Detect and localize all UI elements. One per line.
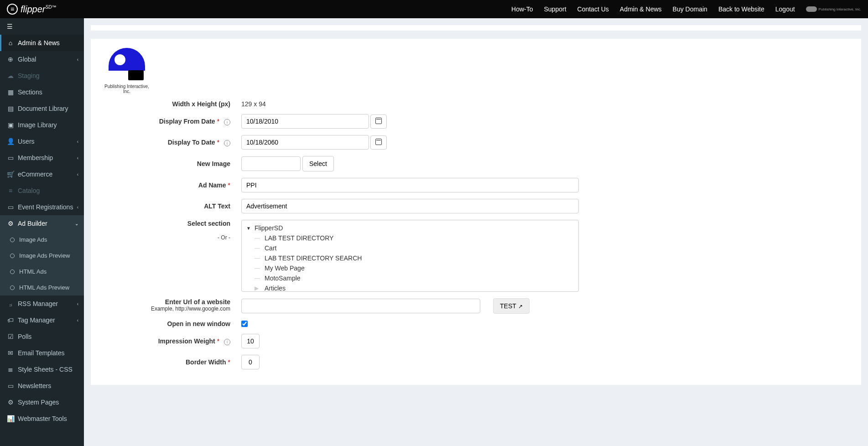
nav-logout[interactable]: Logout: [775, 5, 795, 13]
select-section-label: Select section - Or -: [102, 220, 241, 241]
tree-node[interactable]: —LAB TEST DIRECTORY SEARCH: [245, 253, 575, 263]
circle-icon: [10, 270, 15, 274]
tree-node-label: My Web Page: [265, 264, 305, 272]
image-icon: ▣: [7, 121, 14, 129]
new-image-input[interactable]: [241, 156, 301, 171]
sidebar-item-image-library[interactable]: ▣Image Library: [0, 117, 84, 133]
nav-support[interactable]: Support: [544, 5, 567, 13]
info-icon[interactable]: i: [224, 339, 230, 345]
tree-node[interactable]: ▶Articles: [245, 283, 575, 292]
sidebar-subitem-image-ads[interactable]: Image Ads: [0, 232, 84, 248]
tree-connector-icon: —: [255, 265, 261, 271]
sidebar-item-membership[interactable]: ▭Membership‹: [0, 150, 84, 166]
tree-node-label: LAB TEST DIRECTORY SEARCH: [265, 254, 362, 262]
sidebar-item-label: Image Library: [18, 121, 57, 129]
cogs-icon: ⚙: [7, 220, 14, 227]
ad-name-input[interactable]: [241, 178, 579, 192]
border-width-input[interactable]: [241, 355, 260, 369]
chevron-left-icon: ‹: [77, 318, 78, 323]
display-to-input[interactable]: [241, 135, 369, 150]
nav-back-to-website[interactable]: Back to Website: [718, 5, 764, 13]
info-icon[interactable]: i: [224, 140, 230, 146]
sidebar-item-label: Newsletters: [18, 382, 51, 389]
sidebar-item-label: Polls: [18, 333, 31, 340]
sidebar-toggle[interactable]: ☰: [0, 18, 84, 35]
tree-node[interactable]: —Cart: [245, 243, 575, 253]
display-from-calendar-button[interactable]: [370, 114, 387, 129]
nav-buy-domain[interactable]: Buy Domain: [673, 5, 707, 13]
envelope-icon: ✉: [7, 349, 14, 357]
tree-node-label: LAB TEST DIRECTORY: [265, 234, 333, 242]
sidebar-item-style-sheets-css[interactable]: ≣Style Sheets - CSS: [0, 361, 84, 378]
sidebar-item-admin-news[interactable]: ⌂Admin & News: [0, 35, 84, 51]
tree-node[interactable]: —MotoSample: [245, 273, 575, 283]
display-to-calendar-button[interactable]: [370, 135, 387, 150]
sidebar-item-event-registrations[interactable]: ▭Event Registrations‹: [0, 199, 84, 215]
sidebar-item-label: HTML Ads Preview: [19, 284, 69, 291]
tree-node-root[interactable]: ▼FlipperSD: [245, 223, 575, 233]
url-input[interactable]: [241, 299, 480, 313]
open-new-window-checkbox[interactable]: [241, 321, 248, 327]
width-height-value: 129 x 94: [241, 100, 266, 108]
check-square-icon: ☑: [7, 333, 14, 340]
sidebar-item-label: Tag Manager: [18, 316, 55, 324]
select-image-button[interactable]: Select: [302, 156, 334, 171]
sidebar-item-webmaster-tools[interactable]: 📊Webmaster Tools: [0, 410, 84, 427]
sidebar-subitem-image-ads-preview[interactable]: Image Ads Preview: [0, 248, 84, 264]
sidebar-item-polls[interactable]: ☑Polls: [0, 328, 84, 345]
tag-icon: 🏷: [7, 316, 14, 324]
partner-logo: Publishing Interactive, Inc.: [806, 6, 861, 12]
impression-weight-label: Impression Weight* i: [102, 337, 241, 345]
sidebar-item-global[interactable]: ⊕Global‹: [0, 51, 84, 67]
sidebar-item-ecommerce[interactable]: 🛒eCommerce‹: [0, 166, 84, 182]
alt-text-input[interactable]: [241, 199, 579, 213]
nav-admin-news[interactable]: Admin & News: [620, 5, 662, 13]
main-content: Publishing Interactive, Inc. Width x Hei…: [84, 18, 868, 446]
sidebar-item-label: Ad Builder: [18, 220, 47, 227]
tree-node[interactable]: —My Web Page: [245, 263, 575, 273]
sidebar-item-label: Staging: [18, 72, 39, 79]
tree-connector-icon: —: [255, 255, 261, 261]
brand-logo: flipperSD™: [7, 4, 56, 15]
display-from-input[interactable]: [241, 114, 369, 129]
chevron-left-icon: ‹: [77, 205, 78, 210]
info-icon[interactable]: i: [224, 119, 230, 125]
ad-form-panel: Publishing Interactive, Inc. Width x Hei…: [91, 39, 861, 385]
sidebar-item-label: RSS Manager: [18, 300, 58, 307]
sidebar-item-tag-manager[interactable]: 🏷Tag Manager‹: [0, 312, 84, 328]
sidebar-item-users[interactable]: 👤Users‹: [0, 133, 84, 150]
section-tree[interactable]: ▼FlipperSD—LAB TEST DIRECTORY—Cart—LAB T…: [241, 220, 579, 292]
enter-url-label: Enter Url of a website Example, http://w…: [102, 298, 241, 312]
alt-text-label: ALT Text: [102, 202, 241, 210]
open-new-window-label: Open in new window: [102, 320, 241, 327]
chevron-left-icon: ‹: [77, 139, 78, 144]
sidebar: ☰ ⌂Admin & News⊕Global‹☁Staging▦Sections…: [0, 18, 84, 446]
sidebar-item-staging[interactable]: ☁Staging: [0, 67, 84, 84]
test-url-button[interactable]: TEST↗: [493, 298, 530, 314]
chart-icon: 📊: [7, 415, 14, 422]
sidebar-item-email-templates[interactable]: ✉Email Templates: [0, 345, 84, 361]
width-height-label: Width x Height (px): [102, 100, 241, 108]
tree-node[interactable]: —LAB TEST DIRECTORY: [245, 233, 575, 243]
brand-name: flipperSD™: [21, 4, 56, 15]
nav-how-to[interactable]: How-To: [511, 5, 533, 13]
sidebar-subitem-html-ads-preview[interactable]: HTML Ads Preview: [0, 280, 84, 296]
sidebar-subitem-html-ads[interactable]: HTML Ads: [0, 264, 84, 280]
calendar-icon: [375, 139, 382, 145]
nav-contact-us[interactable]: Contact Us: [577, 5, 609, 13]
hamburger-icon: ☰: [7, 23, 13, 30]
sidebar-item-catalog[interactable]: ≡Catalog: [0, 182, 84, 199]
sidebar-item-newsletters[interactable]: ▭Newsletters: [0, 378, 84, 394]
sidebar-item-label: Event Registrations: [18, 203, 73, 211]
circle-icon: [10, 285, 15, 290]
sidebar-item-rss-manager[interactable]: ⟓RSS Manager‹: [0, 296, 84, 312]
sidebar-item-system-pages[interactable]: ⚙System Pages: [0, 394, 84, 410]
sidebar-item-document-library[interactable]: ▤Document Library: [0, 100, 84, 117]
sidebar-item-ad-builder[interactable]: ⚙Ad Builder⌄: [0, 215, 84, 232]
sidebar-item-label: Image Ads Preview: [19, 252, 70, 259]
file-icon: ▤: [7, 105, 14, 112]
sidebar-item-sections[interactable]: ▦Sections: [0, 84, 84, 100]
tree-connector-icon: —: [255, 245, 261, 251]
impression-weight-input[interactable]: [241, 334, 260, 348]
sidebar-item-label: Membership: [18, 154, 53, 161]
